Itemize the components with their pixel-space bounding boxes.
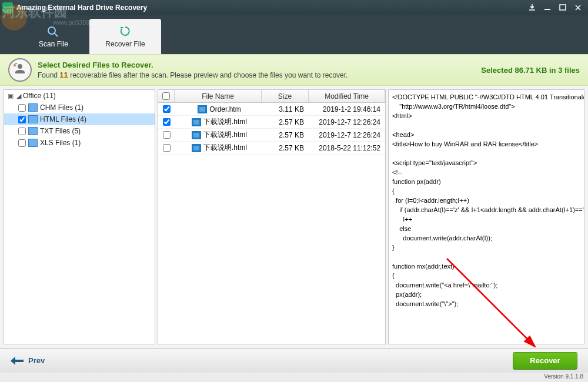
- file-size: 2.57 KB: [262, 118, 309, 126]
- tree-item-checkbox[interactable]: [18, 104, 26, 112]
- footer: Prev Recover: [0, 348, 588, 373]
- close-button[interactable]: [570, 2, 586, 14]
- tab-scan-label: Scan File: [39, 40, 68, 48]
- info-banner: Select Desired Files to Recover. Found 1…: [0, 54, 588, 86]
- scan-icon: [46, 25, 61, 38]
- banner-heading: Select Desired Files to Recover.: [38, 61, 481, 69]
- file-checkbox[interactable]: [163, 118, 171, 126]
- tree-item-label: XLS Files (1): [40, 139, 81, 147]
- tab-recover-file[interactable]: Recover File: [89, 19, 161, 54]
- folder-icon: [28, 115, 38, 123]
- tree-item-label: TXT Files (5): [40, 127, 81, 135]
- html-file-icon: [198, 105, 207, 113]
- minimize-button[interactable]: [540, 2, 555, 14]
- svg-rect-1: [560, 5, 566, 10]
- file-row[interactable]: 下载说明.html2.57 KB2019-12-7 12:26:24: [158, 129, 385, 142]
- tree-item[interactable]: CHM Files (1): [4, 102, 155, 113]
- html-file-icon: [192, 144, 201, 152]
- tree-item-checkbox[interactable]: [18, 139, 26, 147]
- banner-count: 11: [59, 71, 68, 79]
- file-time: 2018-5-22 11:12:52: [309, 144, 385, 152]
- maximize-button[interactable]: [555, 2, 570, 14]
- folder-icon: [28, 103, 38, 112]
- file-row[interactable]: 下载说明.html2.57 KB2019-12-7 12:26:24: [158, 116, 385, 129]
- file-time: 2019-12-7 12:26:24: [309, 131, 385, 139]
- prev-button[interactable]: Prev: [11, 356, 45, 365]
- tab-scan-file[interactable]: Scan File: [18, 19, 89, 54]
- file-time: 2019-1-2 19:46:14: [309, 105, 385, 113]
- banner-prefix: Found: [38, 71, 59, 79]
- file-name: 下载说明.html: [203, 143, 247, 153]
- tree-item[interactable]: XLS Files (1): [4, 137, 155, 149]
- html-file-icon: [192, 118, 201, 126]
- file-checkbox[interactable]: [163, 131, 171, 139]
- file-name: 下载说明.html: [203, 130, 247, 140]
- download-icon[interactable]: [524, 2, 540, 14]
- tree-item-checkbox[interactable]: [18, 128, 26, 135]
- svg-point-2: [48, 27, 55, 34]
- recover-button[interactable]: Recover: [513, 352, 577, 370]
- titlebar: Amazing External Hard Drive Recovery: [0, 0, 588, 15]
- file-size: 3.11 KB: [262, 105, 309, 113]
- file-list-header: File Name Size Modified Time: [158, 90, 385, 103]
- recover-icon: [118, 25, 133, 38]
- column-modified[interactable]: Modified Time: [309, 90, 385, 102]
- svg-rect-0: [544, 9, 550, 10]
- main-area: ▣ ◢ Office (11) CHM Files (1)HTML Files …: [0, 86, 588, 348]
- collapse-icon[interactable]: ▣: [6, 92, 15, 100]
- category-tree[interactable]: ▣ ◢ Office (11) CHM Files (1)HTML Files …: [4, 89, 155, 344]
- file-size: 2.57 KB: [262, 144, 309, 152]
- banner-icon: [8, 58, 32, 82]
- file-list[interactable]: File Name Size Modified Time Order.htm3.…: [158, 89, 386, 344]
- app-icon: [2, 2, 13, 13]
- tree-root[interactable]: ▣ ◢ Office (11): [4, 90, 155, 102]
- select-all-checkbox[interactable]: [158, 90, 175, 102]
- tree-item-checkbox[interactable]: [18, 116, 26, 123]
- file-row[interactable]: 下载说明.html2.57 KB2018-5-22 11:12:52: [158, 142, 385, 155]
- file-checkbox[interactable]: [163, 105, 171, 113]
- banner-text: Select Desired Files to Recover. Found 1…: [38, 61, 481, 79]
- arrow-left-icon: [11, 357, 24, 365]
- file-name: 下载说明.html: [203, 117, 247, 127]
- file-checkbox[interactable]: [163, 144, 171, 152]
- tree-item[interactable]: TXT Files (5): [4, 125, 155, 137]
- version-label: Version 9.1.1.8: [0, 373, 588, 382]
- file-size: 2.57 KB: [262, 131, 309, 139]
- folder-icon: [28, 139, 38, 147]
- column-size[interactable]: Size: [262, 90, 309, 102]
- tab-strip: Scan File Recover File: [0, 15, 588, 54]
- tree-item[interactable]: HTML Files (4): [4, 113, 155, 125]
- tree-item-label: CHM Files (1): [40, 103, 83, 112]
- app-title: Amazing External Hard Drive Recovery: [16, 4, 524, 12]
- selection-summary: Selected 86.71 KB in 3 files: [481, 66, 580, 75]
- folder-icon: [28, 127, 38, 135]
- file-row[interactable]: Order.htm3.11 KB2019-1-2 19:46:14: [158, 103, 385, 116]
- banner-suffix: recoverable files after the scan. Please…: [68, 71, 348, 79]
- tab-recover-label: Recover File: [105, 40, 145, 48]
- file-time: 2019-12-7 12:26:24: [309, 118, 385, 126]
- tree-root-label: Office (11): [23, 92, 56, 100]
- file-name: Order.htm: [209, 105, 240, 113]
- column-filename[interactable]: File Name: [175, 90, 262, 102]
- prev-label: Prev: [28, 356, 45, 365]
- html-file-icon: [192, 131, 201, 139]
- preview-pane[interactable]: <!DOCTYPE HTML PUBLIC "-//W3C//DTD HTML …: [388, 89, 584, 344]
- expand-triangle-icon[interactable]: ◢: [15, 92, 23, 100]
- tree-item-label: HTML Files (4): [40, 115, 86, 123]
